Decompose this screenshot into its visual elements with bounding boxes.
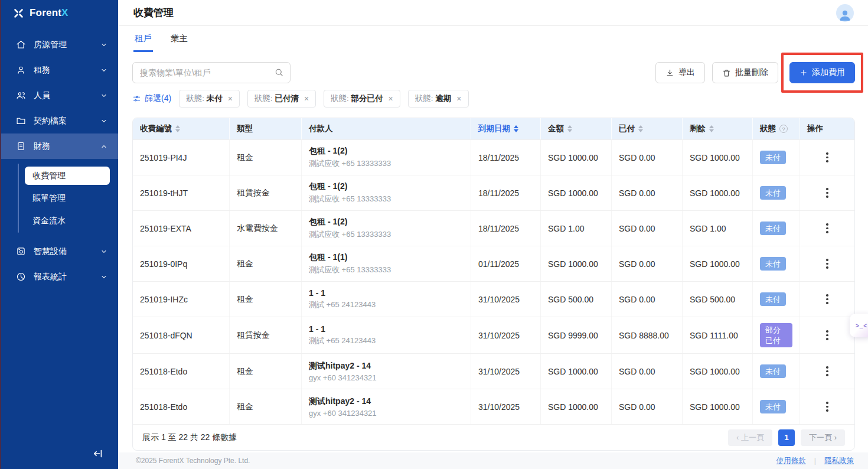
chevron-down-icon	[100, 118, 107, 125]
pagination-summary: 展示 1 至 22 共 22 條數據	[142, 432, 237, 443]
cell-paid: SGD 0.00	[612, 354, 683, 389]
bulk-delete-label: 批量刪除	[735, 67, 768, 78]
cell-type: 租賃按金	[230, 317, 302, 353]
chip-field: 狀態:	[331, 94, 349, 103]
more-actions-icon[interactable]	[824, 185, 831, 200]
sidebar-item-properties[interactable]: 房源管理	[1, 32, 118, 57]
sort-icon[interactable]	[567, 125, 572, 132]
finance-submenu: 收費管理 賬單管理 資金流水	[1, 159, 118, 239]
tab-tenant[interactable]: 租戶	[133, 26, 153, 52]
sort-icon[interactable]	[175, 125, 180, 132]
col-due-date[interactable]: 到期日期	[471, 118, 541, 139]
cell-charge-id: 251018-dFQN	[133, 317, 230, 353]
submenu-guide-line	[18, 164, 19, 233]
col-paid[interactable]: 已付	[612, 118, 683, 139]
privacy-link[interactable]: 隱私政策	[824, 456, 854, 466]
sidebar-item-label: 財務	[34, 141, 100, 152]
status-badge: 未付	[760, 151, 786, 165]
chip-value: 未付	[207, 94, 223, 103]
next-page-button[interactable]: 下一頁 ›	[801, 429, 845, 446]
footer: ©2025 ForentX Technology Pte. Ltd. 使用條款 …	[119, 452, 868, 469]
cell-charge-id: 251018-Etdo	[133, 389, 230, 424]
add-fee-button[interactable]: 添加費用	[789, 62, 855, 83]
cell-remaining: SGD 1000.00	[683, 175, 753, 210]
sidebar-item-label: 房源管理	[34, 40, 100, 50]
sidebar-item-tenancy[interactable]: 租務	[1, 57, 118, 83]
cell-remaining: SGD 1000.00	[683, 354, 753, 389]
col-remaining[interactable]: 剩餘	[683, 118, 753, 139]
sidebar-item-personnel[interactable]: 人員	[1, 83, 118, 108]
chip-remove-icon[interactable]: ×	[389, 95, 393, 103]
more-actions-icon[interactable]	[824, 399, 831, 414]
sidebar-item-charge-management[interactable]: 收費管理	[25, 167, 110, 185]
search-input[interactable]	[132, 62, 291, 83]
status-badge: 未付	[760, 292, 786, 307]
prev-page-button[interactable]: ‹ 上一頁	[728, 429, 772, 446]
brand-logo[interactable]: ForentX	[1, 0, 118, 26]
more-actions-icon[interactable]	[824, 292, 831, 307]
chevron-up-icon	[100, 143, 107, 150]
chip-field: 狀態:	[415, 94, 433, 103]
toolbar: 導出 批量刪除 添加費用	[132, 62, 855, 83]
chip-remove-icon[interactable]: ×	[456, 95, 461, 103]
content: 導出 批量刪除 添加費用	[119, 52, 868, 452]
cell-status: 未付	[753, 354, 800, 389]
terms-link[interactable]: 使用條款	[776, 456, 806, 466]
sidebar-collapse-button[interactable]	[90, 447, 106, 461]
more-actions-icon[interactable]	[824, 364, 831, 379]
more-actions-icon[interactable]	[824, 328, 831, 343]
user-avatar[interactable]	[836, 4, 854, 22]
cell-paid: SGD 0.00	[612, 140, 683, 175]
table-row: 251019-IHZc 租金 1 - 1測試 +65 24123443 31/1…	[133, 281, 854, 317]
tab-landlord[interactable]: 業主	[169, 26, 189, 52]
sort-icon[interactable]	[514, 125, 518, 132]
cell-amount: SGD 1000.00	[541, 140, 612, 175]
sidebar-item-reports[interactable]: 報表統計	[1, 264, 118, 289]
floating-helper-widget[interactable]: >_<	[850, 314, 868, 337]
chip-value: 部分已付	[351, 94, 383, 103]
search-icon[interactable]	[274, 67, 284, 77]
sidebar-item-contracts[interactable]: 契約檔案	[1, 108, 118, 133]
submenu-label: 賬單管理	[32, 193, 66, 204]
sidebar-item-cash-flow[interactable]: 資金流水	[25, 211, 110, 230]
cell-due-date: 18/11/2025	[471, 175, 541, 210]
chevron-down-icon	[100, 67, 107, 74]
more-actions-icon[interactable]	[824, 221, 831, 236]
cell-payer: 1 - 1測試 +65 24123443	[302, 317, 471, 353]
sort-icon[interactable]	[709, 125, 714, 132]
filter-row: 篩選(4) 狀態: 未付 × 狀態: 已付清 × 狀態: 部分已付 × 狀態: …	[132, 90, 855, 108]
cell-due-date: 31/10/2025	[471, 317, 541, 353]
chevron-down-icon	[100, 92, 107, 99]
chip-field: 狀態:	[254, 94, 273, 103]
cell-actions	[800, 140, 854, 175]
page-number-button[interactable]: 1	[778, 429, 795, 446]
sidebar-item-label: 報表統計	[34, 272, 100, 282]
home-icon	[16, 40, 26, 50]
status-badge: 未付	[760, 364, 786, 379]
more-actions-icon[interactable]	[824, 150, 831, 165]
more-actions-icon[interactable]	[824, 256, 831, 271]
charges-table: 收費編號 類型 付款人 到期日期 金額 已付 剩餘 狀態? 操作 251019-…	[132, 118, 855, 451]
cell-type: 租金	[230, 246, 302, 281]
sidebar-item-bill-management[interactable]: 賬單管理	[25, 189, 110, 207]
col-amount[interactable]: 金額	[541, 118, 612, 139]
export-button[interactable]: 導出	[655, 62, 705, 83]
sidebar-item-label: 契約檔案	[34, 116, 100, 126]
chip-remove-icon[interactable]: ×	[228, 95, 233, 103]
table-row: 251018-Etdo 租金 测试hitpay2 - 14gyx +60 341…	[133, 353, 854, 389]
submenu-label: 收費管理	[32, 171, 66, 181]
sort-icon[interactable]	[638, 125, 643, 132]
copyright: ©2025 ForentX Technology Pte. Ltd.	[136, 457, 250, 465]
cell-paid: SGD 0.00	[612, 175, 683, 210]
pagination: 展示 1 至 22 共 22 條數據 ‹ 上一頁 1 下一頁 ›	[133, 424, 854, 450]
sidebar-item-smart-devices[interactable]: 智慧設備	[1, 239, 118, 264]
question-circle-icon[interactable]: ?	[779, 125, 788, 133]
cell-due-date: 31/10/2025	[471, 389, 541, 424]
search-wrap	[132, 62, 291, 83]
bulk-delete-button[interactable]: 批量刪除	[712, 62, 778, 83]
cell-status: 未付	[753, 282, 800, 317]
col-charge-id[interactable]: 收費編號	[133, 118, 230, 139]
sidebar-item-finance[interactable]: 財務	[1, 133, 118, 159]
filter-toggle[interactable]: 篩選(4)	[132, 93, 171, 104]
chip-remove-icon[interactable]: ×	[304, 95, 309, 103]
